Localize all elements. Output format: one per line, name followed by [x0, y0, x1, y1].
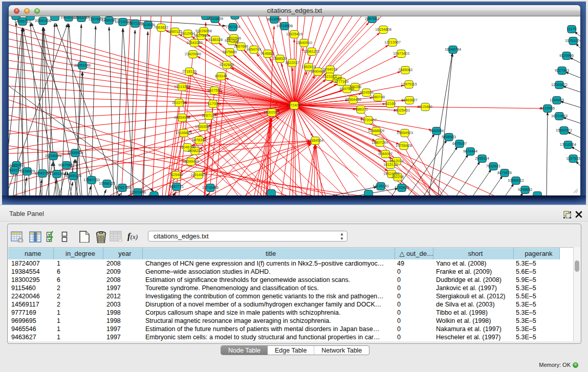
svg-text:1244415: 1244415: [550, 98, 564, 102]
svg-text:14055713: 14055713: [14, 19, 31, 24]
svg-text:5215955: 5215955: [540, 106, 555, 111]
svg-text:7663822: 7663822: [154, 25, 168, 30]
svg-text:10025433: 10025433: [394, 108, 410, 113]
svg-text:9329966: 9329966: [559, 53, 574, 58]
svg-text:2935114: 2935114: [475, 156, 489, 161]
svg-text:3824554: 3824554: [359, 90, 374, 95]
svg-text:2087682: 2087682: [365, 16, 379, 21]
svg-text:5875685: 5875685: [223, 50, 237, 54]
svg-text:16154808: 16154808: [375, 27, 391, 32]
svg-text:20691406: 20691406: [35, 18, 51, 23]
svg-text:19166825: 19166825: [176, 130, 192, 135]
svg-text:9657771: 9657771: [169, 184, 184, 189]
svg-text:8912954: 8912954: [181, 31, 195, 36]
svg-text:16099489: 16099489: [183, 159, 199, 164]
svg-text:12213967: 12213967: [384, 40, 401, 45]
svg-text:16033809: 16033809: [207, 16, 223, 21]
svg-text:9660125: 9660125: [168, 29, 182, 34]
svg-text:7485063: 7485063: [398, 68, 412, 72]
svg-text:14136141: 14136141: [373, 184, 389, 188]
svg-text:62160: 62160: [385, 101, 396, 106]
svg-text:16210643: 16210643: [551, 114, 568, 118]
svg-text:3498222: 3498222: [188, 148, 202, 153]
svg-text:1733426: 1733426: [395, 185, 409, 190]
svg-text:15751074: 15751074: [565, 38, 580, 43]
svg-text:10553287: 10553287: [73, 16, 90, 20]
svg-text:8201546: 8201546: [227, 36, 241, 40]
svg-text:7515526: 7515526: [141, 23, 155, 27]
svg-text:53226058: 53226058: [195, 29, 212, 33]
svg-text:20206576: 20206576: [45, 154, 61, 158]
svg-text:9474444: 9474444: [463, 149, 477, 154]
svg-text:9084007: 9084007: [378, 151, 393, 156]
svg-text:17359924: 17359924: [67, 150, 83, 155]
svg-text:23420046: 23420046: [185, 52, 201, 56]
svg-text:9146821: 9146821: [260, 51, 275, 56]
svg-text:9245652: 9245652: [518, 187, 532, 192]
svg-text:1080748: 1080748: [371, 95, 385, 99]
svg-text:9777169: 9777169: [334, 79, 349, 84]
svg-text:17957233: 17957233: [83, 178, 100, 182]
svg-text:3267110: 3267110: [202, 113, 215, 118]
svg-text:17016504: 17016504: [560, 142, 576, 147]
svg-text:19654923: 19654923: [397, 130, 413, 135]
svg-text:15302975: 15302975: [264, 110, 280, 115]
svg-text:746266: 746266: [349, 84, 361, 89]
svg-text:1010759: 1010759: [172, 100, 186, 105]
svg-text:10688609: 10688609: [368, 128, 384, 133]
svg-text:1615132: 1615132: [383, 162, 398, 167]
svg-text:19384554: 19384554: [307, 138, 323, 143]
svg-text:11170: 11170: [567, 27, 577, 31]
svg-text:11700: 11700: [208, 101, 217, 106]
svg-text:19218506: 19218506: [276, 24, 293, 28]
svg-text:16782759: 16782759: [114, 185, 130, 190]
svg-text:12942757: 12942757: [34, 171, 51, 176]
svg-text:18654938: 18654938: [174, 115, 190, 120]
svg-text:9115460: 9115460: [418, 104, 432, 109]
svg-text:10654112: 10654112: [508, 178, 524, 183]
svg-text:1527602: 1527602: [89, 17, 103, 21]
svg-text:18807249: 18807249: [372, 140, 388, 145]
svg-text:19756928: 19756928: [396, 143, 412, 148]
svg-text:3822037: 3822037: [285, 60, 299, 65]
svg-text:12923446: 12923446: [129, 190, 146, 194]
svg-text:19463627: 19463627: [401, 98, 418, 102]
svg-text:1588520: 1588520: [273, 56, 287, 61]
svg-text:11156829: 11156829: [19, 169, 35, 173]
svg-text:9827552: 9827552: [207, 88, 222, 93]
svg-text:7886372: 7886372: [354, 107, 368, 112]
svg-text:6479197: 6479197: [452, 141, 467, 146]
svg-text:9242848: 9242848: [220, 62, 234, 67]
svg-text:10958127: 10958127: [99, 181, 115, 186]
svg-text:12975115: 12975115: [401, 82, 417, 86]
svg-text:10973403: 10973403: [393, 51, 409, 56]
svg-text:26053346: 26053346: [74, 63, 91, 68]
svg-text:9827509: 9827509: [194, 33, 208, 38]
svg-text:16914479: 16914479: [190, 172, 207, 177]
svg-text:20364436: 20364436: [345, 97, 361, 102]
svg-text:1362615: 1362615: [301, 64, 316, 69]
svg-text:8471676: 8471676: [497, 170, 512, 175]
svg-text:15640910: 15640910: [296, 40, 312, 45]
svg-text:16961272: 16961272: [303, 49, 320, 54]
svg-text:15692971: 15692971: [556, 128, 572, 133]
svg-text:803144: 803144: [215, 74, 227, 78]
svg-text:18724007: 18724007: [286, 103, 302, 107]
svg-text:7632621: 7632621: [486, 164, 500, 168]
svg-text:9227343: 9227343: [555, 68, 569, 73]
svg-text:5938923: 5938923: [442, 135, 456, 139]
svg-text:1485061: 1485061: [9, 163, 24, 167]
svg-text:6794078: 6794078: [323, 67, 337, 72]
svg-text:7357224: 7357224: [226, 25, 240, 29]
svg-text:6466160: 6466160: [102, 18, 116, 23]
svg-text:7625402: 7625402: [169, 172, 183, 177]
svg-text:1167533: 1167533: [566, 156, 580, 161]
svg-text:10543382: 10543382: [186, 40, 203, 45]
svg-text:2718126: 2718126: [182, 69, 197, 74]
svg-text:1640954: 1640954: [429, 128, 444, 133]
svg-text:15716485: 15716485: [202, 185, 219, 190]
svg-text:2867608: 2867608: [234, 44, 248, 49]
svg-text:13325419: 13325419: [286, 32, 302, 36]
svg-text:1145194: 1145194: [50, 171, 63, 176]
svg-text:12213369: 12213369: [174, 84, 190, 89]
